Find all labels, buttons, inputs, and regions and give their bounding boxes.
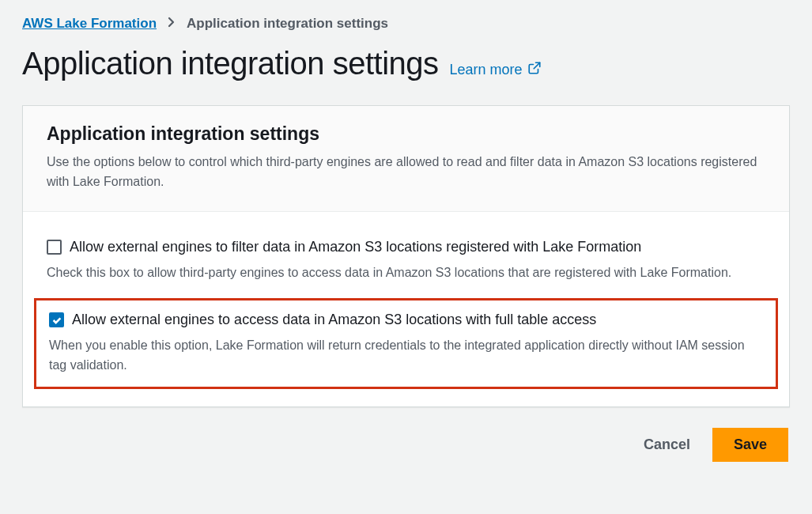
external-link-icon <box>527 61 542 79</box>
option-filter-data: Allow external engines to filter data in… <box>34 228 778 294</box>
option-filter-label: Allow external engines to filter data in… <box>70 239 641 255</box>
checkmark-icon <box>51 315 62 326</box>
learn-more-label: Learn more <box>450 62 523 78</box>
learn-more-link[interactable]: Learn more <box>450 61 542 79</box>
panel-header: Application integration settings Use the… <box>23 106 789 212</box>
breadcrumb-current: Application integration settings <box>187 16 388 32</box>
option-full-access-description: When you enable this option, Lake Format… <box>49 336 763 376</box>
cancel-button[interactable]: Cancel <box>639 429 695 461</box>
option-full-access-label: Allow external engines to access data in… <box>72 312 596 328</box>
checkbox-full-table-access[interactable] <box>49 312 64 327</box>
panel-title: Application integration settings <box>47 123 765 145</box>
panel-body: Allow external engines to filter data in… <box>23 212 789 406</box>
chevron-right-icon <box>168 17 176 31</box>
checkbox-filter-data[interactable] <box>47 240 62 255</box>
breadcrumb-root-link[interactable]: AWS Lake Formation <box>22 16 157 32</box>
action-bar: Cancel Save <box>22 428 790 462</box>
option-full-table-access: Allow external engines to access data in… <box>34 298 778 389</box>
settings-panel: Application integration settings Use the… <box>22 105 790 407</box>
panel-description: Use the options below to control which t… <box>47 153 765 192</box>
breadcrumb: AWS Lake Formation Application integrati… <box>22 16 790 32</box>
page-header: Application integration settings Learn m… <box>22 46 790 81</box>
page-title: Application integration settings <box>22 46 439 81</box>
option-filter-description: Check this box to allow third-party engi… <box>47 263 765 283</box>
save-button[interactable]: Save <box>712 428 788 462</box>
